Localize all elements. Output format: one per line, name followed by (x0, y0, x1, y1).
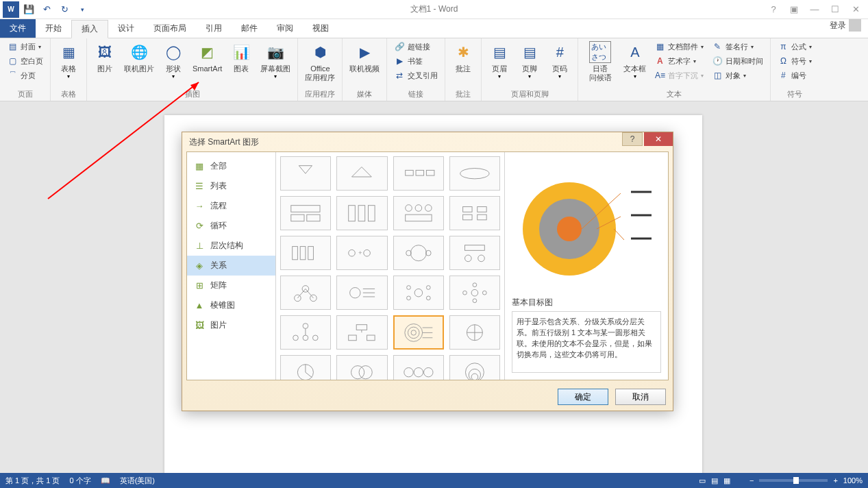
signature-button[interactable]: ✎签名行▾ (709, 40, 766, 53)
datetime-button[interactable]: 🕐日期和时间 (709, 54, 766, 68)
hyperlink-button[interactable]: 🔗超链接 (391, 40, 441, 53)
maximize-icon[interactable]: ☐ (826, 1, 845, 18)
tab-review[interactable]: 审阅 (267, 19, 303, 38)
wordart-button[interactable]: A艺术字▾ (652, 54, 706, 68)
comment-button[interactable]: ✱批注 (449, 40, 477, 75)
page-number-button[interactable]: #页码▾ (546, 40, 573, 81)
footer-button[interactable]: ▤页脚▾ (516, 40, 543, 81)
tab-insert[interactable]: 插入 (71, 20, 108, 38)
cancel-button[interactable]: 取消 (615, 389, 666, 405)
cat-pyramid[interactable]: ▲棱锥图 (187, 295, 275, 315)
cat-picture[interactable]: 🖼图片 (187, 315, 275, 335)
dialog-help-button[interactable]: ? (622, 132, 643, 146)
zoom-out-button[interactable]: − (749, 476, 754, 485)
layout-thumb[interactable] (449, 156, 500, 191)
qat-customize[interactable]: ▾ (74, 1, 90, 18)
language-status[interactable]: 英语(美国) (120, 476, 155, 486)
login-button[interactable]: 登录 (826, 19, 865, 32)
tab-layout[interactable]: 页面布局 (144, 19, 196, 38)
cat-list[interactable]: ☰列表 (187, 176, 275, 196)
bookmark-button[interactable]: ▶书签 (391, 54, 441, 68)
layout-thumb[interactable] (280, 355, 331, 380)
layout-thumb[interactable] (280, 276, 331, 310)
zoom-slider[interactable] (759, 479, 828, 482)
online-video-button[interactable]: ▶联机视频 (347, 40, 382, 75)
layout-thumb[interactable] (393, 156, 444, 191)
layout-thumb[interactable] (449, 276, 500, 310)
layout-thumb[interactable] (449, 315, 500, 350)
help-icon[interactable]: ? (764, 1, 783, 18)
layout-thumb[interactable] (280, 236, 331, 270)
proofing-icon[interactable]: 📖 (101, 476, 110, 485)
web-layout-icon[interactable]: ▦ (723, 476, 730, 485)
layout-thumb[interactable]: + (336, 236, 387, 270)
layout-thumb[interactable] (393, 355, 444, 380)
chart-button[interactable]: 📊图表 (227, 40, 255, 75)
word-count[interactable]: 0 个字 (69, 476, 90, 486)
layout-thumb-selected[interactable] (393, 315, 444, 350)
dialog-title-bar[interactable]: 选择 SmartArt 图形 ? ✕ (182, 132, 673, 151)
header-button[interactable]: ▤页眉▾ (486, 40, 513, 81)
layout-thumb[interactable] (393, 276, 444, 310)
tab-references[interactable]: 引用 (196, 19, 232, 38)
zoom-level[interactable]: 100% (843, 476, 863, 485)
layout-thumb[interactable] (449, 236, 500, 270)
screenshot-button[interactable]: 📷屏幕截图▾ (258, 40, 293, 81)
relationship-icon: ◈ (194, 260, 205, 271)
dropcap-button[interactable]: A≡首字下沉▾ (652, 69, 706, 82)
pictures-button[interactable]: 🖼图片 (91, 40, 119, 75)
number-button[interactable]: #编号 (775, 69, 815, 82)
print-layout-icon[interactable]: ▤ (711, 476, 718, 485)
blank-page-button[interactable]: ▢空白页 (4, 54, 46, 68)
tab-design[interactable]: 设计 (108, 19, 144, 38)
redo-button[interactable]: ↻ (56, 1, 73, 18)
cat-hierarchy[interactable]: ⊥层次结构 (187, 236, 275, 256)
layout-thumb[interactable] (449, 355, 500, 380)
quickparts-button[interactable]: ▦文档部件▾ (652, 40, 706, 53)
zoom-in-button[interactable]: + (833, 476, 837, 485)
minimize-icon[interactable]: — (805, 1, 824, 18)
tab-mailings[interactable]: 邮件 (232, 19, 267, 38)
cat-relationship[interactable]: ◈关系 (187, 256, 275, 276)
svg-point-52 (303, 324, 308, 329)
read-mode-icon[interactable]: ▭ (699, 476, 706, 485)
tab-view[interactable]: 视图 (303, 19, 338, 38)
layout-thumb[interactable] (336, 156, 387, 191)
crossref-button[interactable]: ⇄交叉引用 (391, 69, 441, 82)
layout-thumb[interactable] (336, 355, 387, 380)
cat-process[interactable]: →流程 (187, 196, 275, 216)
cat-cycle[interactable]: ⟳循环 (187, 216, 275, 236)
tab-file[interactable]: 文件 (0, 19, 36, 38)
symbol-button[interactable]: Ω符号▾ (775, 54, 815, 68)
layout-thumb[interactable] (449, 196, 500, 230)
ok-button[interactable]: 确定 (558, 389, 608, 405)
layout-thumb[interactable] (280, 315, 331, 350)
layout-thumb[interactable] (393, 196, 444, 230)
shapes-button[interactable]: ◯形状▾ (160, 40, 187, 81)
tab-home[interactable]: 开始 (36, 19, 71, 38)
cat-all[interactable]: ▦全部 (187, 156, 275, 176)
layout-thumb[interactable] (280, 156, 331, 191)
layout-thumb[interactable] (336, 315, 387, 350)
jp-greeting-button[interactable]: あいさつ日语 问候语 (582, 40, 618, 84)
equation-button[interactable]: π公式▾ (775, 40, 815, 53)
layout-thumb[interactable] (280, 196, 331, 230)
cover-page-button[interactable]: ▤封面▾ (4, 40, 46, 53)
layout-thumb[interactable] (393, 236, 444, 270)
layout-thumb[interactable] (336, 276, 387, 310)
smartart-button[interactable]: ◩SmartArt (190, 40, 225, 75)
table-button[interactable]: ▦表格▾ (55, 40, 82, 81)
office-apps-button[interactable]: ⬢Office 应用程序 (302, 40, 338, 84)
page-status[interactable]: 第 1 页，共 1 页 (5, 476, 60, 486)
cat-matrix[interactable]: ⊞矩阵 (187, 276, 275, 295)
online-pictures-button[interactable]: 🌐联机图片 (121, 40, 157, 75)
ribbon-options-icon[interactable]: ▣ (784, 1, 804, 18)
layout-thumb[interactable] (336, 196, 387, 230)
close-icon[interactable]: ✕ (846, 1, 865, 18)
save-button[interactable]: 💾 (21, 1, 37, 18)
object-button[interactable]: ◫对象▾ (709, 69, 766, 82)
page-break-button[interactable]: ⎴分页 (4, 69, 46, 82)
dialog-close-button[interactable]: ✕ (644, 132, 673, 146)
textbox-button[interactable]: A文本框▾ (621, 40, 649, 81)
undo-button[interactable]: ↶ (38, 1, 55, 18)
